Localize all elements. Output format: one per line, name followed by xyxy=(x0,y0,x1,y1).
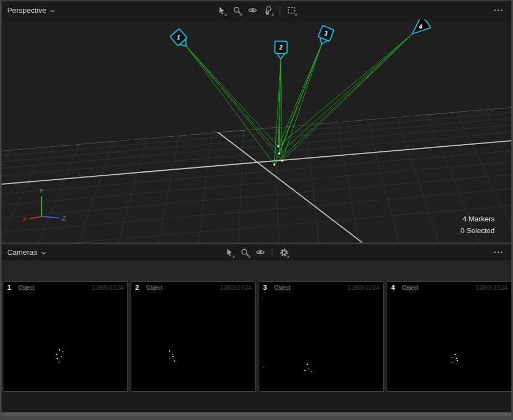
marker-dot xyxy=(457,360,458,361)
camera-resolution: 1280x1024 xyxy=(476,284,507,291)
camera-label: Object xyxy=(402,285,418,291)
chevron-down-icon xyxy=(41,251,46,255)
perspective-title: Perspective xyxy=(7,6,46,14)
marker-dot xyxy=(304,370,305,371)
window-bottom-edge xyxy=(2,412,511,416)
zoom-tool-icon[interactable] xyxy=(240,247,250,258)
marker-count: 4 Markers xyxy=(462,215,495,223)
marker-dot xyxy=(57,358,58,359)
camera-3d-label: 3 xyxy=(324,31,328,37)
camera-tile-2[interactable]: 2 Object 1280x1024 xyxy=(131,281,256,392)
marker-dot xyxy=(174,360,175,362)
camera-3d-label: 4 xyxy=(418,24,422,30)
perspective-header: Perspective xyxy=(2,1,511,19)
app-window: Perspective xyxy=(0,0,513,420)
settings-gear-icon[interactable] xyxy=(279,247,289,258)
red-marker-dot xyxy=(261,297,262,298)
tile-header: 3 Object 1280x1024 xyxy=(259,282,383,291)
cameras-body: 1 Object 1280x1024 2 Object 1280x1024 3 … xyxy=(2,260,511,412)
camera-tile-1[interactable]: 1 Object 1280x1024 xyxy=(3,281,128,392)
visibility-tool-icon[interactable] xyxy=(248,5,258,16)
marker-dot xyxy=(61,356,62,357)
marker-dot xyxy=(452,357,453,358)
cameras-view-dropdown[interactable]: Cameras xyxy=(7,248,46,256)
camera-resolution: 1280x1024 xyxy=(220,284,251,291)
camera-number: 4 xyxy=(391,284,395,291)
camera-tiles: 1 Object 1280x1024 2 Object 1280x1024 3 … xyxy=(3,281,512,392)
cameras-toolbar xyxy=(224,244,289,260)
marker-dot xyxy=(59,349,60,350)
tile-header: 4 Object 1280x1024 xyxy=(387,282,511,291)
perspective-view-dropdown[interactable]: Perspective xyxy=(7,6,55,14)
tile-header: 1 Object 1280x1024 xyxy=(3,282,127,291)
zoom-tool-icon[interactable] xyxy=(232,5,243,16)
select-tool-icon[interactable] xyxy=(224,247,235,258)
camera-number: 1 xyxy=(7,284,11,291)
axis-x-label: X xyxy=(22,216,27,223)
camera-label: Object xyxy=(274,285,290,291)
camera-resolution: 1280x1024 xyxy=(348,284,379,291)
toolbar-separator xyxy=(272,248,273,257)
marker-dot xyxy=(456,358,457,359)
cameras-title: Cameras xyxy=(7,248,37,256)
camera-3d[interactable]: 3 xyxy=(316,26,334,47)
chevron-down-icon xyxy=(50,9,55,13)
camera-3d[interactable]: 1 xyxy=(170,28,191,50)
marker-dot xyxy=(58,362,60,363)
camera-3d[interactable]: 4 xyxy=(407,19,431,39)
marker-dot xyxy=(307,364,308,365)
selected-count: 0 Selected xyxy=(461,226,495,235)
marker-dot xyxy=(452,362,453,363)
zoom-lock-tool-icon[interactable] xyxy=(263,5,274,16)
marker-dot xyxy=(172,356,174,357)
tile-header: 2 Object 1280x1024 xyxy=(131,282,255,291)
scene-canvas: 1234 Y X Z xyxy=(2,19,511,243)
marker-dot xyxy=(172,354,173,355)
camera-rays xyxy=(186,34,412,165)
camera-number: 2 xyxy=(135,284,139,291)
camera-3d-label: 1 xyxy=(177,34,180,41)
toolbar-separator xyxy=(280,6,280,15)
axis-gizmo: Y X Z xyxy=(22,187,66,223)
marquee-select-tool-icon[interactable] xyxy=(287,5,297,16)
camera-label: Object xyxy=(18,285,34,291)
axis-y-label: Y xyxy=(39,187,43,194)
camera-3d-label: 2 xyxy=(279,45,283,51)
camera-3d[interactable]: 2 xyxy=(275,41,288,59)
perspective-overflow-menu-icon[interactable] xyxy=(491,7,506,13)
perspective-viewport[interactable]: 1234 Y X Z 4 Markers 0 Selected xyxy=(2,19,511,243)
camera-number: 3 xyxy=(263,284,267,291)
camera-tile-3[interactable]: 3 Object 1280x1024 xyxy=(259,281,384,392)
red-marker-dot xyxy=(263,367,264,368)
cameras-header: Cameras xyxy=(2,243,511,260)
ground-grid xyxy=(2,103,511,243)
marker-dot xyxy=(311,371,312,372)
camera-tile-4[interactable]: 4 Object 1280x1024 xyxy=(387,281,512,392)
camera-label: Object xyxy=(146,285,162,291)
visibility-tool-icon[interactable] xyxy=(255,247,266,258)
marker-dot xyxy=(169,358,170,359)
marker-dot xyxy=(308,368,309,369)
perspective-toolbar xyxy=(216,1,297,19)
marker-dot xyxy=(455,354,456,355)
cameras-overflow-menu-icon[interactable] xyxy=(491,249,506,255)
marker-dot xyxy=(62,351,63,352)
camera-resolution: 1280x1024 xyxy=(92,284,124,291)
axis-z-label: Z xyxy=(61,215,66,222)
marker-dot xyxy=(169,350,170,352)
marker-dot xyxy=(56,354,57,355)
select-tool-icon[interactable] xyxy=(216,5,227,16)
